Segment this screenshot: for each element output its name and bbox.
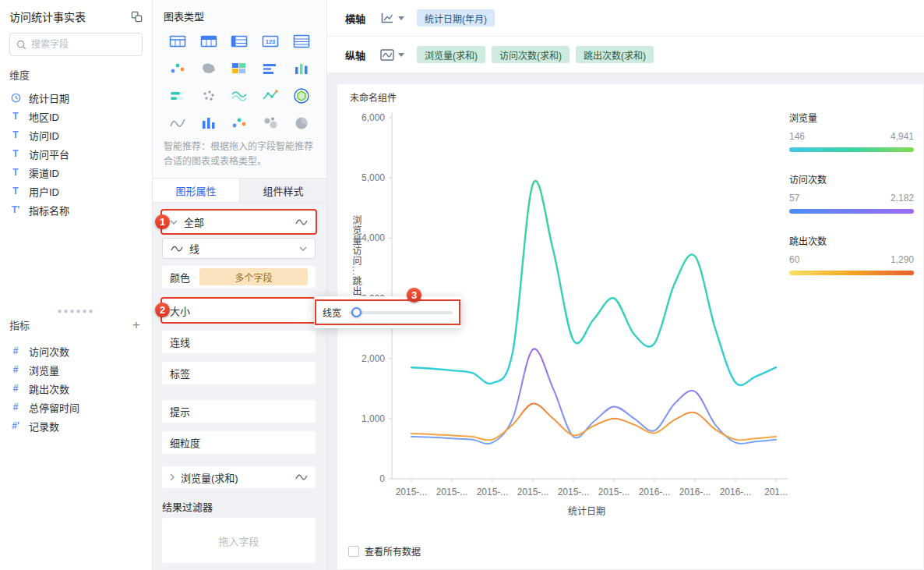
add-measure-button[interactable]: + <box>130 318 143 331</box>
size-property-row[interactable]: 2 大小 <box>162 299 316 322</box>
line-shape-icon <box>171 245 183 253</box>
svg-text:0: 0 <box>379 473 385 484</box>
legend-gradient-bar <box>789 209 914 214</box>
chart-type-progress-icon[interactable] <box>162 86 193 106</box>
prop-row-0[interactable]: 连线 <box>162 331 316 353</box>
tab-graphic-properties[interactable]: 图形属性 <box>153 179 239 202</box>
chart-type-heat-table-icon[interactable] <box>224 58 256 79</box>
chart-type-map-icon[interactable] <box>193 58 224 79</box>
graphic-properties-list: 1 全部 线 颜色 多个字段 <box>153 203 326 570</box>
y-field-tag[interactable]: 跳出次数(求和) <box>576 46 654 63</box>
chart-type-histogram-icon[interactable] <box>193 113 224 133</box>
legend-range: 572,182 <box>789 193 914 204</box>
chart-type-detail-table-icon[interactable] <box>286 31 317 51</box>
shape-select[interactable]: 线 <box>162 238 316 259</box>
field-item-dimension[interactable]: T'指标名称 <box>0 200 152 219</box>
svg-text:2016-...: 2016-... <box>679 487 711 497</box>
filter-drop-zone[interactable]: 拖入字段 <box>162 518 316 563</box>
canvas-area: 横轴 统计日期(年月) 纵轴 浏览量(求和)访问次数(求和)跳出次数(求和) <box>327 0 924 570</box>
chart-type-point-map-icon[interactable] <box>193 86 224 106</box>
field-item-measure[interactable]: #'记录数 <box>0 416 152 435</box>
measures-label: 指标 <box>9 317 30 332</box>
chart-type-pivot-table-icon[interactable] <box>224 31 256 51</box>
number-field-icon: #' <box>9 420 22 431</box>
field-item-dimension[interactable]: T访问ID <box>0 126 152 144</box>
smart-recommend-hint: 智能推荐：根据拖入的字段智能推荐合适的图表或表格类型。 <box>153 135 326 178</box>
bi-dashboard-editor: 访问统计事实表 维度 统计日期T地区IDT访问IDT访问平台T渠道IDT用户ID… <box>0 0 924 570</box>
chart-config-panel: 图表类型 123 智能推荐：根据拖入的字段智能推荐合适的图表或表格类型。 图形属… <box>153 0 327 570</box>
prop-row-3[interactable]: 细粒度 <box>162 431 316 454</box>
chart-type-bar-icon[interactable] <box>255 58 286 79</box>
color-property-label: 颜色 <box>170 270 190 285</box>
field-item-dimension[interactable]: T用户ID <box>0 182 152 200</box>
field-panel: 访问统计事实表 维度 统计日期T地区IDT访问IDT访问平台T渠道IDT用户ID… <box>0 0 153 570</box>
dimensions-label: 维度 <box>9 67 143 82</box>
caret-down-icon <box>398 53 404 57</box>
component-title: 未命名组件 <box>350 90 397 104</box>
legend-range: 1464,941 <box>789 131 914 142</box>
legend-group: 浏览量1464,941 <box>789 111 914 152</box>
chart-type-radar-icon[interactable] <box>286 86 317 106</box>
x-axis-type-selector[interactable] <box>379 12 404 25</box>
linewidth-label: 线宽 <box>323 306 341 319</box>
field-item-label: 总停留时间 <box>29 400 79 415</box>
field-item-dimension[interactable]: T渠道ID <box>0 163 152 182</box>
svg-text:123: 123 <box>266 38 276 45</box>
field-item-dimension[interactable]: T访问平台 <box>0 144 152 163</box>
chart-type-pie-icon[interactable] <box>286 113 317 133</box>
chart-type-scatter-2-icon[interactable] <box>224 113 256 133</box>
y-field-tag[interactable]: 浏览量(求和) <box>417 46 485 63</box>
chart-type-bubble-icon[interactable] <box>255 113 286 133</box>
chart-type-line-icon[interactable] <box>162 113 193 133</box>
measures-header: 指标 + <box>0 316 152 334</box>
text-field-icon: T <box>9 148 22 159</box>
prop-row-2[interactable]: 提示 <box>162 400 316 423</box>
x-axis-shelf-label: 横轴 <box>345 11 373 26</box>
y-field-tag[interactable]: 访问次数(求和) <box>492 46 570 63</box>
svg-text:4,000: 4,000 <box>361 232 385 243</box>
text-field-icon: T <box>9 186 22 196</box>
y-axis-type-selector[interactable] <box>379 48 404 62</box>
prop-row-label: 细粒度 <box>170 435 200 450</box>
chart-type-scatter-icon[interactable] <box>162 58 193 79</box>
dimension-list: 统计日期T地区IDT访问IDT访问平台T渠道IDT用户IDT'指标名称 <box>0 88 152 219</box>
field-item-dimension[interactable]: 统计日期 <box>0 88 152 107</box>
result-filter-header: 结果过滤器 <box>162 499 316 513</box>
legend-group: 跳出次数601,290 <box>789 234 914 275</box>
view-all-data-checkbox[interactable] <box>348 546 359 557</box>
chart-type-kpi-card-icon[interactable]: 123 <box>255 31 286 51</box>
section-all-header[interactable]: 1 全部 <box>162 211 316 233</box>
linewidth-slider-thumb[interactable] <box>351 307 361 317</box>
chart-type-table-icon[interactable] <box>162 31 193 51</box>
chart-type-crosstab-icon[interactable] <box>193 31 224 51</box>
search-input[interactable] <box>31 39 136 50</box>
linewidth-slider[interactable] <box>349 311 453 314</box>
svg-text:2,000: 2,000 <box>361 353 385 364</box>
x-field-tag[interactable]: 统计日期(年月) <box>417 9 495 27</box>
color-property-row[interactable]: 颜色 多个字段 <box>162 266 316 288</box>
search-field[interactable] <box>9 33 143 56</box>
line-shape-icon <box>295 218 308 226</box>
tab-component-style[interactable]: 组件样式 <box>239 179 326 202</box>
field-item-measure[interactable]: #总停留时间 <box>0 398 152 416</box>
prop-row-1[interactable]: 标签 <box>162 362 316 384</box>
x-axis-type-icon <box>379 12 395 25</box>
shape-select-value: 线 <box>189 241 199 256</box>
panel-splitter[interactable]: ●●●●●● <box>0 306 152 316</box>
legend-min-value: 146 <box>789 131 805 142</box>
text-field-icon: T <box>9 167 22 178</box>
svg-text:2015-...: 2015-... <box>558 487 590 497</box>
field-item-dimension[interactable]: T地区ID <box>0 107 152 126</box>
chart-type-area-icon[interactable] <box>224 86 256 106</box>
chart-type-line-scatter-icon[interactable] <box>255 86 286 106</box>
chart-type-column-icon[interactable] <box>286 58 317 79</box>
view-all-data-control[interactable]: 查看所有数据 <box>348 544 421 558</box>
line-shape-icon <box>295 473 308 481</box>
switch-dataset-icon[interactable] <box>131 11 143 23</box>
field-item-measure[interactable]: #浏览量 <box>0 360 152 379</box>
field-item-measure[interactable]: #访问次数 <box>0 342 152 360</box>
svg-text:5,000: 5,000 <box>361 172 385 183</box>
section-measure-header[interactable]: 浏览量(求和) <box>162 466 316 488</box>
field-item-measure[interactable]: #跳出次数 <box>0 379 152 398</box>
color-multi-field-chip[interactable]: 多个字段 <box>199 268 308 285</box>
